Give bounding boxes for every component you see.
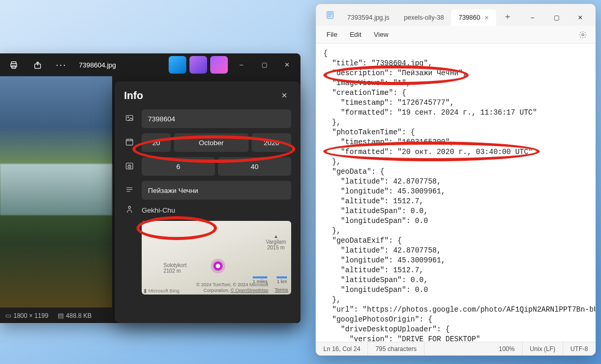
map-provider: ▮ Microsoft Bing bbox=[144, 288, 180, 293]
tab-close-icon[interactable]: ✕ bbox=[484, 15, 489, 21]
menu-view[interactable]: View bbox=[368, 29, 393, 40]
new-tab-button[interactable]: ＋ bbox=[500, 9, 515, 24]
info-heading: Info bbox=[124, 90, 143, 102]
map-peak-label: ▲ Vargilam 2015 m bbox=[266, 233, 286, 250]
caption-icon bbox=[124, 185, 134, 196]
np-close-button[interactable]: ✕ bbox=[568, 9, 592, 26]
status-eol: Unix (LF) bbox=[523, 342, 563, 355]
date-day-field[interactable]: 20 bbox=[142, 133, 171, 152]
caption-field[interactable]: Пейзажи Чечни bbox=[142, 181, 291, 200]
svg-point-11 bbox=[582, 34, 584, 36]
map-terms-link[interactable]: Terms bbox=[275, 287, 288, 292]
photos-filename: 7398604.jpg bbox=[79, 61, 116, 69]
svg-point-9 bbox=[128, 206, 130, 208]
svg-point-5 bbox=[127, 117, 128, 118]
more-icon[interactable]: ··· bbox=[50, 53, 73, 76]
maximize-button[interactable]: ▢ bbox=[253, 57, 276, 73]
notepad-window: 7393594.jpg.js pexels-olly-38 739860✕ ＋ … bbox=[316, 4, 596, 356]
status-zoom: 100% bbox=[491, 342, 523, 355]
status-chars: 795 characters bbox=[368, 342, 424, 355]
clock-icon bbox=[124, 161, 134, 172]
map-pin-icon bbox=[213, 261, 223, 271]
tab-739860[interactable]: 739860✕ bbox=[451, 9, 496, 26]
status-encoding: UTF-8 bbox=[563, 342, 595, 355]
minimize-button[interactable]: – bbox=[230, 57, 253, 73]
image-icon bbox=[124, 114, 134, 124]
svg-rect-6 bbox=[126, 139, 133, 145]
status-position: Ln 16, Col 24 bbox=[316, 342, 368, 355]
time-hour-field[interactable]: 6 bbox=[142, 157, 215, 176]
filesize-label: ▤488.8 KB bbox=[58, 312, 91, 319]
date-year-field[interactable]: 2020 bbox=[252, 133, 291, 152]
tab-pexels[interactable]: pexels-olly-38 bbox=[397, 9, 451, 26]
settings-icon[interactable] bbox=[576, 27, 590, 42]
notepad-titlebar: 7393594.jpg.js pexels-olly-38 739860✕ ＋ … bbox=[316, 4, 595, 26]
dimensions-icon: ▭ bbox=[5, 312, 11, 319]
app-switch-3[interactable] bbox=[210, 56, 228, 74]
filename-field[interactable]: 7398604 bbox=[142, 109, 291, 128]
notepad-menubar: File Edit View bbox=[316, 26, 595, 44]
notepad-statusbar: Ln 16, Col 24 795 characters 100% Unix (… bbox=[316, 342, 595, 355]
dimensions-label: ▭1800 × 1199 bbox=[5, 312, 48, 319]
print-icon[interactable] bbox=[2, 53, 25, 76]
notepad-tabs: 7393594.jpg.js pexels-olly-38 739860✕ bbox=[340, 9, 496, 26]
tab-7393594[interactable]: 7393594.jpg.js bbox=[340, 9, 397, 26]
photo-preview[interactable] bbox=[0, 76, 112, 307]
info-close-button[interactable]: ✕ bbox=[278, 89, 291, 102]
svg-rect-10 bbox=[327, 11, 333, 19]
share-icon[interactable] bbox=[26, 53, 49, 76]
np-minimize-button[interactable]: – bbox=[521, 9, 544, 26]
date-month-field[interactable]: October bbox=[174, 133, 249, 152]
photos-titlebar: ··· 7398604.jpg – ▢ ✕ bbox=[0, 53, 300, 76]
app-switch-1[interactable] bbox=[169, 56, 186, 74]
notepad-editor[interactable]: { "title": "7398604.jpg", "description":… bbox=[316, 44, 595, 342]
menu-edit[interactable]: Edit bbox=[345, 29, 366, 40]
map-attribution: © 2024 TomTom, © 2024 Microsoft Corporat… bbox=[196, 282, 268, 293]
location-icon bbox=[124, 205, 134, 216]
time-minute-field[interactable]: 40 bbox=[218, 157, 291, 176]
disk-icon: ▤ bbox=[58, 312, 64, 319]
map-valley-label: Solotykort 2102 m bbox=[163, 262, 186, 274]
editor-content: { "title": "7398604.jpg", "description":… bbox=[323, 49, 595, 342]
info-panel: Info ✕ 7398604 20 October 2020 6 40 Пейз… bbox=[115, 81, 300, 323]
app-switch-2[interactable] bbox=[189, 56, 207, 74]
np-maximize-button[interactable]: ▢ bbox=[544, 9, 568, 26]
close-button[interactable]: ✕ bbox=[276, 57, 298, 73]
location-label: Gekhi-Chu bbox=[142, 206, 175, 214]
map-preview[interactable]: ▲ Vargilam 2015 m Solotykort 2102 m 1 mi… bbox=[142, 221, 291, 295]
notepad-app-icon bbox=[322, 7, 338, 23]
calendar-icon bbox=[124, 137, 134, 148]
menu-file[interactable]: File bbox=[321, 29, 343, 40]
